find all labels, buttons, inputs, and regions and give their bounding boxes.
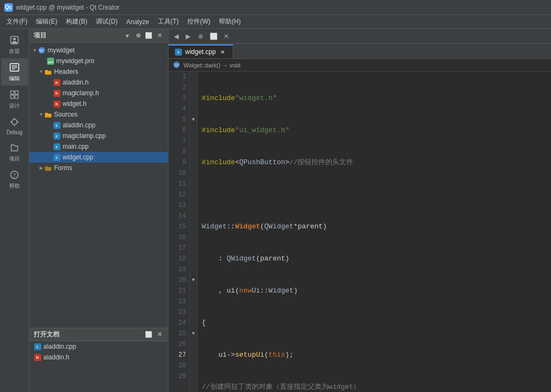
tab-bar: c widget.cpp ✕ <box>169 44 551 59</box>
svg-point-1 <box>13 38 16 41</box>
tree-item-aladdin-cpp[interactable]: c aladdin.cpp <box>29 120 168 130</box>
sidebar-item-design[interactable]: 设计 <box>1 86 28 113</box>
open-files-header: 打开文档 ⬜ ✕ <box>29 328 168 341</box>
sidebar-item-welcome[interactable]: 欢迎 <box>1 31 28 58</box>
tree-item-forms[interactable]: ▶ Forms <box>29 163 168 173</box>
nav-forward-btn[interactable]: ▶ <box>182 31 193 42</box>
icon-aladdin-cpp: c <box>53 121 60 129</box>
open-file-aladdin-cpp[interactable]: c aladdin.cpp <box>29 341 168 352</box>
open-files-list: c aladdin.cpp h aladdin.h <box>29 341 168 363</box>
tree-item-pro[interactable]: .pro mywidget.pro <box>29 56 168 66</box>
fold-20[interactable]: ▼ <box>190 275 197 286</box>
code-editor[interactable]: 1 2 3 4 5 6 7 8 9 10 11 12 13 14 15 16 1… <box>169 72 551 392</box>
menu-controls[interactable]: 控件(W) <box>183 16 215 27</box>
icon-widget-h: h <box>53 100 60 107</box>
arrow-widget-cpp <box>47 154 53 160</box>
code-content[interactable]: #include "widget.h" #include "ui_widget.… <box>197 72 551 392</box>
icon-widget-cpp: c <box>53 153 60 161</box>
line-numbers: 1 2 3 4 5 6 7 8 9 10 11 12 13 14 15 16 1… <box>169 72 190 392</box>
svg-text:Qt: Qt <box>40 49 44 53</box>
link-btn[interactable]: ⊕ <box>134 32 142 40</box>
menu-edit[interactable]: 编辑(E) <box>32 16 62 27</box>
code-line-3: #include<QPushButton>//按钮控件的头文件 <box>202 157 547 168</box>
welcome-icon <box>9 34 20 46</box>
close-panel-btn[interactable]: ✕ <box>155 32 164 40</box>
menu-file[interactable]: 文件(F) <box>2 16 32 27</box>
project-label: 项目 <box>9 155 20 163</box>
arrow-forms: ▶ <box>38 165 44 171</box>
debug-label: Debug <box>6 129 22 135</box>
menu-build[interactable]: 构建(B) <box>62 16 91 27</box>
tree-item-mywidget[interactable]: ▼ Qt mywidget <box>29 45 168 56</box>
code-line-9: ui->setupUi(this); <box>202 350 547 360</box>
arrow-magiclamp-cpp <box>47 133 53 139</box>
filter-btn[interactable]: ▼ <box>123 32 132 40</box>
arrow-headers: ▼ <box>38 68 44 75</box>
sidebar-item-edit[interactable]: 编辑 <box>1 58 28 86</box>
open-files-close-btn[interactable]: ✕ <box>155 330 164 339</box>
code-line-8: { <box>202 318 547 328</box>
project-icon <box>9 142 20 153</box>
svg-text:?: ? <box>13 172 16 178</box>
open-files-expand-btn[interactable]: ⬜ <box>144 330 153 339</box>
label-aladdin-cpp: aladdin.cpp <box>63 121 95 129</box>
label-sources: Sources <box>54 111 78 118</box>
sidebar-item-debug[interactable]: Debug <box>1 113 28 139</box>
fold-gutter: ▼ ▼ ▼ <box>190 72 197 392</box>
sidebar-item-project[interactable]: 项目 <box>1 139 28 166</box>
open-file-aladdin-h[interactable]: h aladdin.h <box>29 352 168 363</box>
toolbar-expand-btn[interactable]: ⬜ <box>208 31 219 42</box>
nav-back-btn[interactable]: ◀ <box>171 31 181 42</box>
help-label: 帮助 <box>9 182 20 190</box>
tree-item-magiclamp-cpp[interactable]: c magiclamp.cpp <box>29 130 168 141</box>
tab-label-widget-cpp: widget.cpp <box>185 48 216 56</box>
breadcrumb-icon: Qt <box>173 61 180 70</box>
label-pro: mywidget.pro <box>56 57 94 65</box>
icon-mywidget: Qt <box>38 47 45 54</box>
tree-item-aladdin-h[interactable]: h aladdin.h <box>29 77 168 88</box>
code-line-10: //创建阿拉丁类的对象（直接指定父类为widget） <box>202 382 547 392</box>
menu-help[interactable]: 帮助(H) <box>215 16 245 27</box>
sidebar-item-help[interactable]: ? 帮助 <box>1 166 28 193</box>
tree-item-main-cpp[interactable]: c main.cpp <box>29 141 168 152</box>
arrow-pro <box>40 58 47 64</box>
menu-tools[interactable]: 工具(T) <box>154 16 183 27</box>
project-panel: 项目 ▼ ⊕ ⬜ ✕ ▼ Qt mywidget .pro <box>29 29 169 392</box>
edit-label: 编辑 <box>9 75 20 82</box>
tree-item-headers[interactable]: ▼ Headers <box>29 66 168 77</box>
label-open-aladdin-h: aladdin.h <box>43 353 70 361</box>
fold-5[interactable]: ▼ <box>190 114 197 125</box>
svg-rect-7 <box>15 91 18 94</box>
panel-header-actions: ▼ ⊕ ⬜ ✕ <box>123 32 164 40</box>
toolbar-link-btn[interactable]: ⊕ <box>195 31 206 42</box>
title-text: widget.cpp @ mywidget - Qt Creator <box>16 4 120 11</box>
svg-rect-6 <box>11 91 14 94</box>
icon-magiclamp-cpp: c <box>53 132 60 140</box>
label-magiclamp-cpp: magiclamp.cpp <box>63 132 106 140</box>
tree-item-widget-h[interactable]: h widget.h <box>29 98 168 109</box>
tab-widget-cpp[interactable]: c widget.cpp ✕ <box>169 44 233 58</box>
main-layout: 欢迎 编辑 设计 Debug 项目 ? <box>0 29 551 392</box>
fold-25[interactable]: ▼ <box>190 328 197 339</box>
design-icon <box>9 89 20 101</box>
label-aladdin-h: aladdin.h <box>63 79 89 86</box>
toolbar-close-btn[interactable]: ✕ <box>221 31 232 42</box>
label-forms: Forms <box>54 164 72 172</box>
expand-btn[interactable]: ⬜ <box>144 32 153 40</box>
arrow-mywidget: ▼ <box>32 47 38 53</box>
tree-item-magiclamp-h[interactable]: h magiclamp.h <box>29 88 168 98</box>
menu-bar: 文件(F) 编辑(E) 构建(B) 调试(D) Analyze 工具(T) 控件… <box>0 15 551 29</box>
menu-analyze[interactable]: Analyze <box>122 17 154 27</box>
breadcrumb-text: Widget::dark() → void <box>183 62 240 68</box>
code-line-4 <box>202 189 547 200</box>
menu-debug[interactable]: 调试(D) <box>91 16 122 27</box>
tree-item-sources[interactable]: ▼ Sources <box>29 109 168 120</box>
project-panel-title: 项目 <box>34 31 47 40</box>
label-open-aladdin-cpp: aladdin.cpp <box>43 343 76 350</box>
arrow-widget-h <box>47 101 53 107</box>
label-main-cpp: main.cpp <box>63 143 89 150</box>
debug-icon <box>9 116 20 128</box>
tree-item-widget-cpp[interactable]: c widget.cpp <box>29 152 168 163</box>
tab-close-widget-cpp[interactable]: ✕ <box>219 48 226 56</box>
label-widget-h: widget.h <box>63 100 87 107</box>
